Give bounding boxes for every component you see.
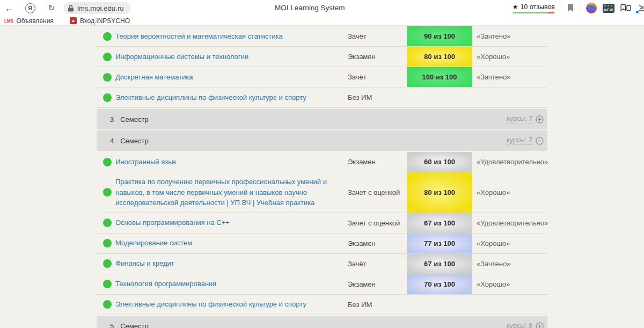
course-link[interactable]: Информационные системы и технологии <box>115 53 248 61</box>
semester-courses-link[interactable]: курсы: 8 <box>507 322 532 328</box>
course-row: Иностранный язык Экзамен 60 из 100 «Удов… <box>97 152 547 172</box>
rating-bar <box>513 12 554 13</box>
downloads-button[interactable] <box>638 2 644 14</box>
course-title-cell: Дискретная математика <box>115 68 348 87</box>
course-row: Информационные системы и технологии Экза… <box>97 47 547 67</box>
course-link[interactable]: Элективные дисциплины по физической куль… <box>115 300 306 308</box>
course-link[interactable]: Дискретная математика <box>115 73 193 81</box>
course-status-dot <box>103 32 112 41</box>
reviews-count-label: 10 отзывов <box>520 3 555 11</box>
course-link[interactable]: Основы программирования на C++ <box>115 218 230 227</box>
score-badge: 67 из 100 <box>407 254 472 274</box>
course-status-dot <box>103 218 112 227</box>
address-bar[interactable]: lms.moi.edu.ru <box>63 2 130 14</box>
status-dot-cell <box>97 188 115 196</box>
star-icon: ★ <box>513 4 518 10</box>
semester-number: 5 <box>110 322 114 328</box>
course-link[interactable]: Технология программирования <box>115 280 216 288</box>
course-status-dot <box>103 188 112 196</box>
course-status-dot <box>103 259 112 268</box>
assessment-type-label: Без ИМ <box>348 301 407 309</box>
semester-courses-link[interactable]: курсы: 7 <box>507 115 532 123</box>
course-link[interactable]: Практика по получению первичных професси… <box>115 178 327 207</box>
extension-new-icon: NEW <box>603 4 614 13</box>
site-rating-widget[interactable]: ★ 10 отзывов <box>513 3 555 13</box>
course-row: Теория вероятностей и математическая ста… <box>97 26 547 47</box>
extension-new-badge-button[interactable]: NEW <box>603 4 614 13</box>
semester-number: 3 <box>110 115 114 123</box>
score-text: 80 из 100 <box>424 53 455 61</box>
course-status-dot <box>103 280 112 288</box>
score-text: 70 из 100 <box>424 280 455 288</box>
page-title: MOI Learning System <box>275 4 345 12</box>
bookmarks-bar: LMS Объявления ▲ Вход.INPSYCHO <box>0 16 644 26</box>
assessment-type-label: Зачет с оценкой <box>348 188 407 196</box>
course-title-cell: Элективные дисциплины по физической куль… <box>115 88 348 107</box>
semester-number: 4 <box>110 137 114 145</box>
bookmark-flag-icon <box>567 4 574 12</box>
grade-label: «Хорошо» <box>472 188 547 196</box>
divider <box>580 4 580 12</box>
course-title-cell: Технология программирования <box>115 274 348 294</box>
course-status-dot <box>103 300 112 309</box>
score-badge: 80 из 100 <box>407 47 472 67</box>
divider <box>561 4 561 12</box>
status-dot-cell <box>97 218 115 227</box>
course-link[interactable]: Финансы и кредит <box>115 259 174 267</box>
expand-toggle-icon[interactable] <box>536 322 544 328</box>
score-badge: 67 из 100 <box>407 213 472 233</box>
course-status-dot <box>103 158 112 166</box>
assessment-type-label: Экзамен <box>348 280 407 288</box>
course-title-cell: Финансы и кредит <box>115 254 348 273</box>
yandex-logo-icon: Я <box>25 3 35 13</box>
assessment-type-label: Экзамен <box>348 53 407 61</box>
course-link[interactable]: Иностранный язык <box>115 158 176 166</box>
status-dot-cell <box>97 259 115 268</box>
course-link[interactable]: Теория вероятностей и математическая ста… <box>115 32 283 40</box>
course-link[interactable]: Элективные дисциплины по физической куль… <box>115 93 306 101</box>
course-row: Дискретная математика Зачёт 100 из 100 «… <box>97 67 547 88</box>
semester-row: 4 Семестр курсы: 7 <box>97 130 547 151</box>
score-badge <box>407 88 472 107</box>
bookmark-label: Вход.INPSYCHO <box>80 17 130 25</box>
semester-label: Семестр <box>120 322 148 328</box>
back-button[interactable]: ← <box>3 2 16 14</box>
extension-circle-icon <box>586 3 597 13</box>
semester-row-right: курсы: 7 <box>507 136 547 145</box>
course-title-cell: Информационные системы и технологии <box>115 47 348 67</box>
score-badge: 70 из 100 <box>407 274 472 294</box>
assessment-type-label: Зачёт <box>348 260 407 268</box>
score-text: 90 из 100 <box>424 32 455 40</box>
expand-toggle-icon[interactable] <box>536 115 544 123</box>
browser-chrome: ← Я ↻ lms.moi.edu.ru MOI Learning System… <box>0 0 644 16</box>
score-text: 60 из 100 <box>424 158 455 166</box>
score-text: 67 из 100 <box>424 219 455 227</box>
status-dot-cell <box>97 239 115 247</box>
bookmark-item-inpsycho[interactable]: ▲ Вход.INPSYCHO <box>70 17 130 25</box>
grade-label: «Хорошо» <box>472 53 547 61</box>
status-dot-cell <box>97 158 115 166</box>
refresh-button[interactable]: ↻ <box>45 2 58 14</box>
bookmark-flag-button[interactable] <box>567 4 574 12</box>
course-title-cell: Практика по получению первичных професси… <box>115 172 348 213</box>
assessment-type-label: Без ИМ <box>348 93 407 101</box>
yandex-home-button[interactable]: Я <box>24 2 36 14</box>
extension-collections-button[interactable] <box>620 4 632 12</box>
extension-color-circle-button[interactable] <box>586 3 597 13</box>
semester-courses-link[interactable]: курсы: 7 <box>507 136 532 145</box>
bookmark-item-lms[interactable]: LMS Объявления <box>4 17 54 25</box>
assessment-type-label: Зачёт <box>348 73 407 81</box>
course-title-cell: Элективные дисциплины по физической куль… <box>115 295 348 314</box>
course-link[interactable]: Моделирование систем <box>115 239 192 247</box>
expand-toggle-icon[interactable] <box>536 137 544 145</box>
score-text: 80 из 100 <box>424 188 455 196</box>
semester-label: Семестр <box>120 137 148 145</box>
score-badge: 100 из 100 <box>407 67 472 87</box>
assessment-type-label: Экзамен <box>348 158 407 166</box>
semester-row: 5 Семестр курсы: 8 <box>97 316 547 328</box>
semester-row-right: курсы: 7 <box>507 115 547 123</box>
course-row: Элективные дисциплины по физической куль… <box>97 88 547 108</box>
page-content: Теория вероятностей и математическая ста… <box>0 26 644 327</box>
score-badge: 80 из 100 <box>407 172 472 213</box>
course-row: Элективные дисциплины по физической куль… <box>97 295 547 315</box>
